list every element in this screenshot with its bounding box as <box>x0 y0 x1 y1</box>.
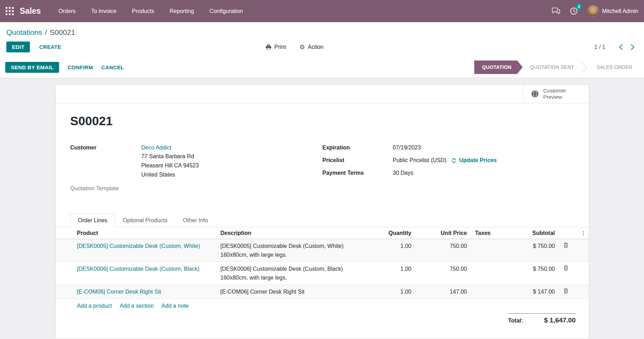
tab-other-info[interactable]: Other Info <box>175 214 216 227</box>
tab-order-lines[interactable]: Order Lines <box>70 214 115 227</box>
menu-item-reporting[interactable]: Reporting <box>162 0 202 22</box>
fields-right-column: Expiration 07/19/2023 Pricelist Public P… <box>323 143 574 197</box>
breadcrumb-current: S00021 <box>50 28 75 36</box>
status-step-sales-order[interactable]: SALES ORDER <box>589 64 640 70</box>
cell-unit-price: 750.00 <box>415 239 471 262</box>
user-avatar[interactable] <box>587 5 599 17</box>
payment-terms-value: 30 Days <box>393 169 414 177</box>
messages-button[interactable] <box>547 0 565 22</box>
breadcrumb-quotations-link[interactable]: Quotations <box>6 28 42 36</box>
pager-previous-button[interactable] <box>615 43 627 52</box>
add-a-note-link[interactable]: Add a note <box>161 303 189 309</box>
pricelist-label: Pricelist <box>323 156 393 165</box>
customer-value: Deco Addict 77 Santa Barbara Rd Pleasant… <box>141 143 199 179</box>
pricelist-field: Pricelist Public Pricelist (USD) <box>323 156 574 165</box>
pager-value: 1 / 1 <box>594 44 605 50</box>
delete-line-button[interactable] <box>563 242 568 249</box>
customer-field: Customer Deco Addict 77 Santa Barbara Rd… <box>70 143 323 179</box>
delete-line-button[interactable] <box>563 265 568 272</box>
customer-preview-button[interactable]: Customer Preview <box>523 85 589 103</box>
pager: 1 / 1 <box>594 43 638 52</box>
delete-line-button[interactable] <box>563 288 568 295</box>
pricelist-value: Public Pricelist (USD) <box>393 156 447 165</box>
menu-item-orders[interactable]: Orders <box>51 0 83 22</box>
status-step-quotation[interactable]: QUOTATION <box>474 60 523 74</box>
cell-delete <box>559 239 573 262</box>
action-button[interactable]: ⚙ Action <box>299 44 324 50</box>
column-header-subtotal[interactable]: Subtotal <box>508 227 559 239</box>
product-link[interactable]: [DESK0005] Customizable Desk (Custom, Wh… <box>77 243 200 249</box>
add-a-section-link[interactable]: Add a section <box>120 303 154 309</box>
update-prices-button[interactable]: Update Prices <box>451 156 497 165</box>
breadcrumb: Quotations/S00021 <box>6 28 638 37</box>
quotation-template-label: Quotation Template <box>70 184 141 193</box>
trash-icon <box>563 288 568 294</box>
column-header-quantity[interactable]: Quantity <box>358 227 415 239</box>
expiration-label: Expiration <box>323 143 393 152</box>
cell-taxes <box>471 239 508 262</box>
column-header-actions <box>559 227 573 239</box>
action-label: Action <box>308 44 323 50</box>
print-button[interactable]: Print <box>266 44 286 50</box>
user-name[interactable]: Mitchell Admin <box>602 8 638 14</box>
column-header-description[interactable]: Description <box>217 227 358 239</box>
order-line-row[interactable]: [DESK0006] Customizable Desk (Custom, Bl… <box>56 262 589 285</box>
address-line-1: 77 Santa Barbara Rd <box>141 152 199 161</box>
cell-product: [DESK0005] Customizable Desk (Custom, Wh… <box>56 239 217 262</box>
activities-button[interactable]: 2 <box>565 0 582 22</box>
edit-button[interactable]: EDIT <box>6 41 30 52</box>
expiration-value: 07/19/2023 <box>393 143 421 152</box>
column-header-taxes[interactable]: Taxes <box>471 227 508 239</box>
cell-delete <box>559 285 573 299</box>
customer-link[interactable]: Deco Addict <box>141 145 171 151</box>
order-line-row[interactable]: [E-COM06] Corner Desk Right Sit [E-COM06… <box>56 285 589 299</box>
payment-terms-field: Payment Terms 30 Days <box>323 169 574 177</box>
pricelist-value-line: Public Pricelist (USD) Update Prices <box>393 156 497 165</box>
confirm-button[interactable]: CONFIRM <box>68 64 93 70</box>
sheet-body: S00021 Customer Deco Addict 77 Santa Bar… <box>56 103 589 197</box>
notebook-tabs: Order Lines Optional Products Other Info <box>56 214 589 227</box>
update-prices-label: Update Prices <box>459 156 497 165</box>
cancel-button[interactable]: CANCEL <box>101 64 124 70</box>
apps-grid-icon <box>6 7 14 15</box>
notebook: Order Lines Optional Products Other Info… <box>56 214 589 324</box>
chevron-right-icon <box>631 44 635 50</box>
product-link[interactable]: [E-COM06] Corner Desk Right Sit <box>77 289 161 295</box>
create-button[interactable]: CREATE <box>39 44 61 50</box>
top-navbar: Sales Orders To Invoice Products Reporti… <box>0 0 644 22</box>
status-step-quotation-sent[interactable]: QUOTATION SENT <box>523 64 581 70</box>
order-line-row[interactable]: [DESK0005] Customizable Desk (Custom, Wh… <box>56 239 589 262</box>
menu-item-products[interactable]: Products <box>124 0 162 22</box>
apps-menu-button[interactable] <box>0 0 19 22</box>
expiration-field: Expiration 07/19/2023 <box>323 143 574 152</box>
action-menus: Print ⚙ Action <box>266 44 324 50</box>
quotation-template-field: Quotation Template <box>70 184 323 193</box>
menu-item-to-invoice[interactable]: To Invoice <box>83 0 124 22</box>
cell-quantity: 1.00 <box>358 285 415 299</box>
cell-delete <box>559 262 573 285</box>
cell-product: [E-COM06] Corner Desk Right Sit <box>56 285 217 299</box>
cell-quantity: 1.00 <box>358 239 415 262</box>
tab-optional-products[interactable]: Optional Products <box>115 214 175 227</box>
sheet-utility-row: Customer Preview <box>56 85 589 103</box>
address-line-3: United States <box>141 170 199 179</box>
control-panel: Quotations/S00021 EDIT CREATE Print ⚙ Ac… <box>0 22 644 57</box>
menu-item-configuration[interactable]: Configuration <box>202 0 251 22</box>
statusbar: SEND BY EMAIL CONFIRM CANCEL QUOTATION Q… <box>0 57 644 78</box>
cell-subtotal: $ 750.00 <box>508 239 559 262</box>
order-total: Total: $ 1,647.00 <box>508 313 576 324</box>
add-a-product-link[interactable]: Add a product <box>77 303 112 309</box>
payment-terms-label: Payment Terms <box>323 169 393 177</box>
pager-next-button[interactable] <box>627 43 638 52</box>
cell-taxes <box>471 262 508 285</box>
order-lines-header: Product Description Quantity Unit Price … <box>56 227 589 239</box>
send-by-email-button[interactable]: SEND BY EMAIL <box>5 62 59 73</box>
systray: 2 Mitchell Admin <box>547 0 644 22</box>
main-menu: Orders To Invoice Products Reporting Con… <box>51 0 251 22</box>
optional-columns-button[interactable] <box>573 227 589 239</box>
column-header-unit-price[interactable]: Unit Price <box>415 227 471 239</box>
product-link[interactable]: [DESK0006] Customizable Desk (Custom, Bl… <box>77 266 200 272</box>
form-fields: Customer Deco Addict 77 Santa Barbara Rd… <box>70 143 574 197</box>
column-header-product[interactable]: Product <box>56 227 217 239</box>
step-separator-chevron-icon <box>581 61 589 73</box>
